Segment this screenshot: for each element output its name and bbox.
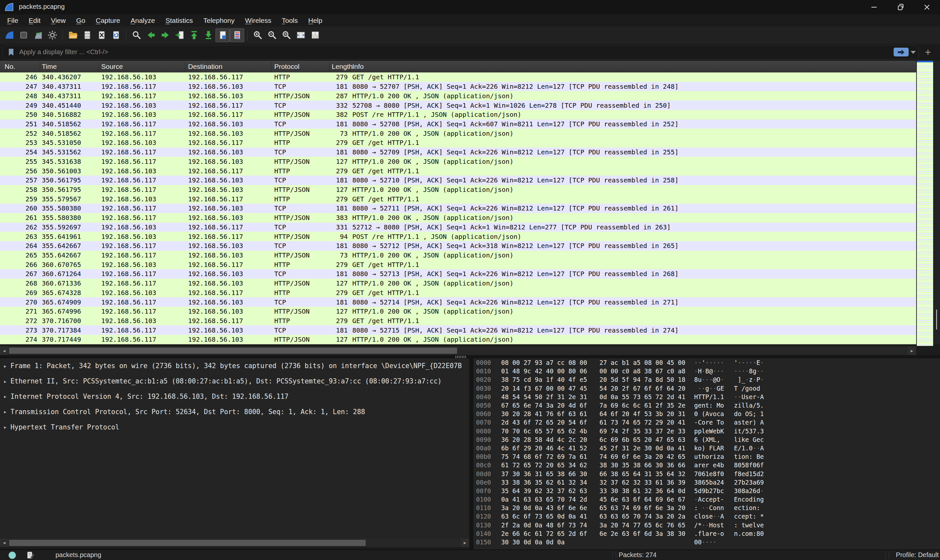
hex-row[interactable]: 008070 70 6c 65 57 65 62 4b69 74 2f 35 3… bbox=[473, 427, 940, 435]
hex-row[interactable]: 000008 00 27 93 a7 cc 08 0027 ac b1 a5 0… bbox=[473, 358, 940, 367]
expand-arrow-icon[interactable]: ▸ bbox=[0, 378, 11, 385]
menu-file[interactable]: File bbox=[2, 17, 23, 25]
scroll-right-icon[interactable]: ▸ bbox=[461, 538, 469, 547]
hscrollbar-thumb[interactable] bbox=[9, 540, 366, 546]
packet-row[interactable]: 271365.674996192.168.56.117192.168.56.10… bbox=[0, 307, 916, 316]
splitter-grip-icon[interactable] bbox=[456, 356, 466, 358]
menu-analyze[interactable]: Analyze bbox=[125, 17, 160, 25]
packet-row[interactable]: 252340.518562192.168.56.117192.168.56.10… bbox=[0, 129, 916, 138]
packet-row[interactable]: 267360.671264192.168.56.117192.168.56.10… bbox=[0, 269, 916, 279]
go-last-button[interactable] bbox=[201, 28, 216, 42]
hex-row[interactable]: 009036 20 28 58 4d 4c 2c 206c 69 6b 65 2… bbox=[473, 435, 940, 444]
go-first-button[interactable] bbox=[187, 28, 201, 42]
hex-row[interactable]: 00e033 38 36 35 62 61 32 3432 37 62 32 3… bbox=[473, 478, 940, 486]
capture-options-button[interactable] bbox=[45, 28, 59, 42]
go-forward-button[interactable] bbox=[158, 28, 173, 42]
close-button[interactable] bbox=[914, 0, 940, 14]
packet-minimap-scrollbar[interactable] bbox=[917, 61, 933, 346]
packet-row[interactable]: 269365.674328192.168.56.103192.168.56.11… bbox=[0, 288, 916, 298]
pane-vertical-divider[interactable] bbox=[469, 355, 473, 549]
packet-row[interactable]: 273370.717384192.168.56.117192.168.56.10… bbox=[0, 325, 916, 335]
hex-row[interactable]: 00a06b 6f 29 20 46 4c 41 5245 2f 31 2e 3… bbox=[473, 444, 940, 452]
vertical-scrollbar[interactable] bbox=[933, 61, 940, 344]
packet-row[interactable]: 249340.451440192.168.56.103192.168.56.11… bbox=[0, 100, 916, 110]
packet-row[interactable]: 254345.531562192.168.56.117192.168.56.10… bbox=[0, 148, 916, 157]
hex-row[interactable]: 00b075 74 68 6f 72 69 7a 6174 69 6f 6e 3… bbox=[473, 452, 940, 461]
column-header-length[interactable]: Length bbox=[332, 63, 353, 71]
packet-row[interactable]: 260355.580380192.168.56.117192.168.56.10… bbox=[0, 204, 916, 213]
packet-row[interactable]: 263355.641961192.168.56.103192.168.56.11… bbox=[0, 232, 916, 241]
packet-list-hscrollbar[interactable]: ◂ ▸ bbox=[0, 346, 916, 355]
display-filter-input[interactable]: Apply a display filter ... <Ctrl-/> bbox=[3, 45, 919, 59]
hex-row[interactable]: 015030 30 0d 0a 0d 0a00···· bbox=[473, 538, 940, 546]
menu-wireless[interactable]: Wireless bbox=[240, 17, 277, 25]
packet-row[interactable]: 255345.531638192.168.56.117192.168.56.10… bbox=[0, 157, 916, 166]
hex-row[interactable]: 005067 65 6e 74 3a 20 4d 6f7a 69 6c 6c 6… bbox=[473, 401, 940, 409]
detail-line[interactable]: ▸Hypertext Transfer Protocol bbox=[0, 419, 469, 435]
go-to-packet-button[interactable] bbox=[173, 28, 187, 42]
restart-capture-button[interactable] bbox=[31, 28, 45, 42]
column-header-destination[interactable]: Destination bbox=[188, 63, 222, 71]
resize-columns-button[interactable] bbox=[294, 28, 308, 42]
vertical-scrollbar-thumb[interactable] bbox=[936, 309, 937, 329]
hex-row[interactable]: 012063 6c 6f 73 65 0d 0a 4163 63 65 70 7… bbox=[473, 512, 940, 520]
scroll-left-icon[interactable]: ◂ bbox=[0, 346, 8, 355]
go-back-button[interactable] bbox=[144, 28, 158, 42]
menu-tools[interactable]: Tools bbox=[277, 17, 303, 25]
open-file-button[interactable] bbox=[66, 28, 80, 42]
packet-row[interactable]: 272370.716700192.168.56.103192.168.56.11… bbox=[0, 316, 916, 326]
hex-row[interactable]: 003020 14 f3 67 00 00 47 4554 20 2f 67 6… bbox=[473, 384, 940, 392]
detail-line[interactable]: ▸Ethernet II, Src: PCSSystemtec_ac:b1:a5… bbox=[0, 374, 469, 389]
menu-edit[interactable]: Edit bbox=[23, 17, 46, 25]
layout-button[interactable]: 123 bbox=[308, 28, 322, 42]
expand-arrow-icon[interactable]: ▸ bbox=[0, 408, 11, 415]
filter-add-button[interactable]: + bbox=[922, 46, 934, 58]
hscrollbar-thumb[interactable] bbox=[9, 348, 457, 354]
expand-arrow-icon[interactable]: ▸ bbox=[0, 363, 11, 369]
hex-row[interactable]: 002038 75 cd 9a 1f 40 4f e520 5d 5f 94 7… bbox=[473, 375, 940, 384]
hex-row[interactable]: 00c061 72 65 72 20 65 34 6238 30 35 38 6… bbox=[473, 461, 940, 469]
detail-line[interactable]: ▸Internet Protocol Version 4, Src: 192.1… bbox=[0, 389, 469, 404]
hex-row[interactable]: 01402e 66 6c 61 72 65 2d 6f6e 2e 63 6f 6… bbox=[473, 529, 940, 538]
restore-button[interactable] bbox=[887, 0, 914, 14]
detail-line[interactable]: ▸Transmission Control Protocol, Src Port… bbox=[0, 404, 469, 419]
filter-dropdown-caret[interactable] bbox=[911, 51, 916, 54]
packet-row[interactable]: 261355.580380192.168.56.117192.168.56.10… bbox=[0, 213, 916, 223]
menu-capture[interactable]: Capture bbox=[91, 17, 125, 25]
colorize-button[interactable] bbox=[230, 28, 244, 42]
zoom-out-button[interactable] bbox=[265, 28, 279, 42]
hex-row[interactable]: 001001 48 9c 42 40 00 80 0600 00 c0 a8 3… bbox=[473, 367, 940, 375]
reload-file-button[interactable] bbox=[109, 28, 123, 42]
hex-row[interactable]: 00702d 43 6f 72 65 20 54 6f61 73 74 65 7… bbox=[473, 418, 940, 426]
auto-scroll-button[interactable] bbox=[216, 28, 230, 42]
column-header-no[interactable]: No. bbox=[5, 63, 15, 71]
menu-view[interactable]: View bbox=[46, 17, 71, 25]
packet-row[interactable]: 257350.561795192.168.56.117192.168.56.10… bbox=[0, 175, 916, 185]
zoom-reset-button[interactable] bbox=[279, 28, 294, 42]
packet-row[interactable]: 274370.717449192.168.56.117192.168.56.10… bbox=[0, 335, 916, 344]
packet-row[interactable]: 246340.436207192.168.56.103192.168.56.11… bbox=[0, 72, 916, 82]
close-file-button[interactable] bbox=[94, 28, 109, 42]
filter-apply-button[interactable] bbox=[894, 48, 909, 57]
hex-row[interactable]: 01000a 41 63 63 65 70 74 2d45 6e 63 6f 6… bbox=[473, 495, 940, 503]
find-packet-button[interactable] bbox=[129, 28, 144, 42]
capture-comment-icon[interactable] bbox=[26, 551, 34, 559]
menu-help[interactable]: Help bbox=[303, 17, 327, 25]
packet-row[interactable]: 253345.531050192.168.56.103192.168.56.11… bbox=[0, 138, 916, 148]
stop-capture-button[interactable] bbox=[16, 28, 31, 42]
expand-arrow-icon[interactable]: ▸ bbox=[0, 393, 11, 400]
menu-telephony[interactable]: Telephony bbox=[198, 17, 240, 25]
packet-row[interactable]: 270365.674909192.168.56.117192.168.56.10… bbox=[0, 297, 916, 307]
column-header-source[interactable]: Source bbox=[101, 63, 123, 71]
expand-arrow-icon[interactable]: ▸ bbox=[0, 424, 11, 431]
column-header-protocol[interactable]: Protocol bbox=[274, 63, 299, 71]
hex-row[interactable]: 01103a 20 0d 0a 43 6f 6e 6e65 63 74 69 6… bbox=[473, 503, 940, 512]
minimize-button[interactable] bbox=[861, 0, 887, 14]
packet-row[interactable]: 251340.518562192.168.56.117192.168.56.10… bbox=[0, 120, 916, 129]
hex-row[interactable]: 004048 54 54 50 2f 31 2e 310d 0a 55 73 6… bbox=[473, 392, 940, 401]
hex-row[interactable]: 00d037 30 36 31 65 38 66 3066 38 65 64 3… bbox=[473, 469, 940, 478]
column-divider[interactable] bbox=[271, 62, 271, 71]
details-hscrollbar[interactable]: ◂ ▸ bbox=[0, 538, 469, 547]
packet-row[interactable]: 259355.579567192.168.56.103192.168.56.11… bbox=[0, 194, 916, 204]
hex-row[interactable]: 006030 20 28 41 76 6f 63 6164 6f 20 4f 5… bbox=[473, 409, 940, 418]
